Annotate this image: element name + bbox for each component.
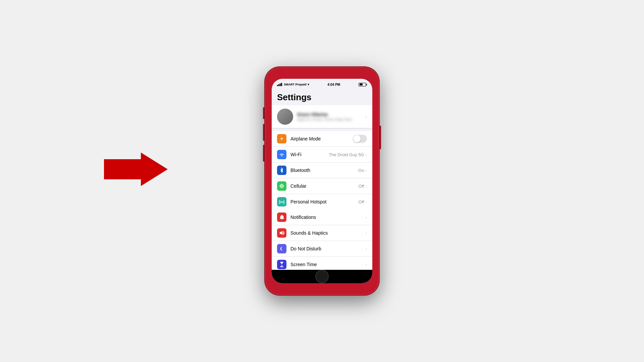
cellular-symbol [279,184,284,188]
settings-row-notifications[interactable]: Notifications › [272,209,372,225]
battery-fill [360,83,363,85]
volume-up-button[interactable] [263,124,264,141]
hotspot-symbol [279,199,284,204]
phone-device: SMART Prepaid ▾ 4:04 PM [265,67,379,295]
svg-marker-0 [104,153,168,186]
wifi-icon [277,150,286,159]
avatar-image [277,109,293,125]
signal-bar-1 [277,85,278,86]
signal-bar-3 [280,83,281,86]
svg-marker-9 [280,231,282,235]
arrow-pointer [104,153,168,187]
battery-tip [366,84,367,85]
settings-row-cellular[interactable]: Cellular Off › [272,178,372,194]
screen: SMART Prepaid ▾ 4:04 PM [272,79,372,283]
airplane-mode-toggle[interactable] [353,135,367,143]
status-bar: SMART Prepaid ▾ 4:04 PM [272,79,372,89]
signal-bar-4 [281,83,282,86]
do-not-disturb-icon [277,244,286,253]
status-left: SMART Prepaid ▾ [277,83,309,86]
power-button[interactable] [380,126,381,149]
wifi-label: Wi-Fi [290,152,329,157]
status-right [359,83,367,86]
screen-bezel: SMART Prepaid ▾ 4:04 PM [272,79,372,283]
cellular-icon [277,181,286,191]
bell-symbol [280,215,284,220]
personal-hotspot-chevron-icon: › [366,199,367,204]
airplane-mode-label: Airplane Mode [290,136,353,141]
hourglass-symbol [280,262,284,267]
bluetooth-symbol [280,168,283,173]
svg-point-8 [281,201,282,203]
battery-body [359,83,366,86]
airplane-symbol: ✈ [280,136,284,141]
wifi-value: The Droid Guy 5G [329,152,364,157]
settings-row-airplane-mode[interactable]: ✈ Airplane Mode [272,131,372,147]
wifi-status-icon: ▾ [308,83,309,86]
cellular-chevron-icon: › [366,184,367,189]
personal-hotspot-label: Personal Hotspot [290,199,359,204]
signal-bar-2 [278,84,279,86]
toggle-knob [353,135,361,142]
settings-row-wifi[interactable]: Wi-Fi The Droid Guy 5G › [272,147,372,163]
personal-hotspot-icon [277,197,286,206]
do-not-disturb-chevron-icon: › [366,246,367,251]
sounds-label: Sounds & Haptics [290,230,366,236]
profile-chevron-icon: › [365,114,367,119]
personal-hotspot-value: Off [359,199,364,204]
sounds-icon [277,228,286,238]
settings-row-sounds[interactable]: Sounds & Haptics › [272,225,372,241]
do-not-disturb-label: Do Not Disturb [290,246,366,251]
scene: SMART Prepaid ▾ 4:04 PM [0,0,644,362]
system-section: Notifications › [272,209,372,270]
volume-down-button[interactable] [263,145,264,162]
settings-row-bluetooth[interactable]: Bluetooth On › [272,163,372,178]
bluetooth-icon [277,166,286,175]
settings-row-personal-hotspot[interactable]: Personal Hotspot Off › [272,194,372,209]
signal-bars-icon [277,83,282,86]
battery-icon [359,83,367,86]
svg-point-3 [281,185,283,187]
carrier-label: SMART Prepaid [284,83,307,86]
notifications-chevron-icon: › [366,215,367,220]
wifi-symbol [279,153,284,157]
wifi-chevron-icon: › [366,152,367,157]
airplane-mode-icon: ✈ [277,134,286,143]
profile-name: Grace Villarina [297,112,365,117]
cellular-label: Cellular [290,183,359,189]
connectivity-section: ✈ Airplane Mode [272,131,372,209]
avatar [277,109,293,125]
bluetooth-chevron-icon: › [366,168,367,173]
settings-content: Settings Grace Villarina Apple ID, iClou… [272,89,372,270]
screen-time-chevron-icon: › [366,262,367,267]
bluetooth-label: Bluetooth [290,168,358,173]
profile-row[interactable]: Grace Villarina Apple ID, iCloud, iTunes… [272,105,372,128]
settings-row-screen-time[interactable]: Screen Time › [272,257,372,270]
svg-rect-11 [280,266,283,267]
screen-time-label: Screen Time [290,262,366,267]
settings-row-do-not-disturb[interactable]: Do Not Disturb › [272,241,372,257]
sounds-chevron-icon: › [366,231,367,236]
svg-point-2 [280,184,283,188]
profile-info: Grace Villarina Apple ID, iCloud, iTunes… [297,112,365,121]
page-title: Settings [272,89,372,105]
speaker-symbol [279,231,284,235]
cellular-value: Off [359,184,364,189]
status-time: 4:04 PM [327,83,340,86]
home-bar-area [272,270,372,283]
notifications-icon [277,213,286,222]
notifications-label: Notifications [290,215,366,220]
screen-time-icon [277,260,286,269]
profile-subtitle: Apple ID, iCloud, iTunes & App Store [297,118,365,121]
home-button[interactable] [315,270,329,283]
moon-symbol [279,246,284,251]
svg-rect-10 [280,262,283,262]
bluetooth-value: On [358,168,364,173]
